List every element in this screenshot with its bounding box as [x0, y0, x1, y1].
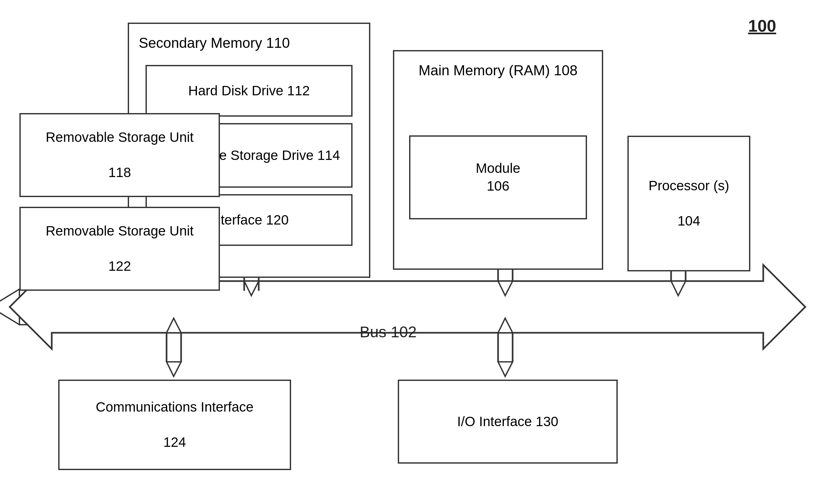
main-memory-label: Main Memory (RAM) 108: [401, 58, 595, 83]
system-diagram: 100 Secondary Memory 110 Hard Disk Drive…: [0, 0, 815, 504]
svg-marker-1: [0, 289, 19, 325]
hard-disk-box: Hard Disk Drive 112: [145, 65, 353, 117]
module-box: Module 106: [409, 135, 587, 219]
svg-marker-23: [498, 318, 513, 333]
svg-marker-12: [498, 281, 513, 296]
bus-label: Bus 102: [291, 323, 485, 341]
svg-rect-0: [19, 289, 786, 325]
svg-marker-16: [671, 281, 686, 296]
svg-marker-20: [166, 362, 181, 376]
main-memory-box: Main Memory (RAM) 108 Module 106: [393, 50, 603, 270]
comm-interface-box: Communications Interface 124: [58, 380, 291, 470]
processor-box: Processor (s) 104: [628, 136, 750, 271]
secondary-memory-label: Secondary Memory 110: [135, 30, 293, 55]
removable-118-box: Removable Storage Unit 118: [19, 113, 220, 197]
svg-marker-24: [498, 362, 513, 376]
svg-marker-6: [244, 281, 259, 296]
diagram-ref: 100: [748, 16, 776, 36]
svg-marker-19: [166, 318, 181, 333]
removable-122-box: Removable Storage Unit 122: [19, 207, 220, 291]
io-interface-box: I/O Interface 130: [398, 380, 618, 464]
